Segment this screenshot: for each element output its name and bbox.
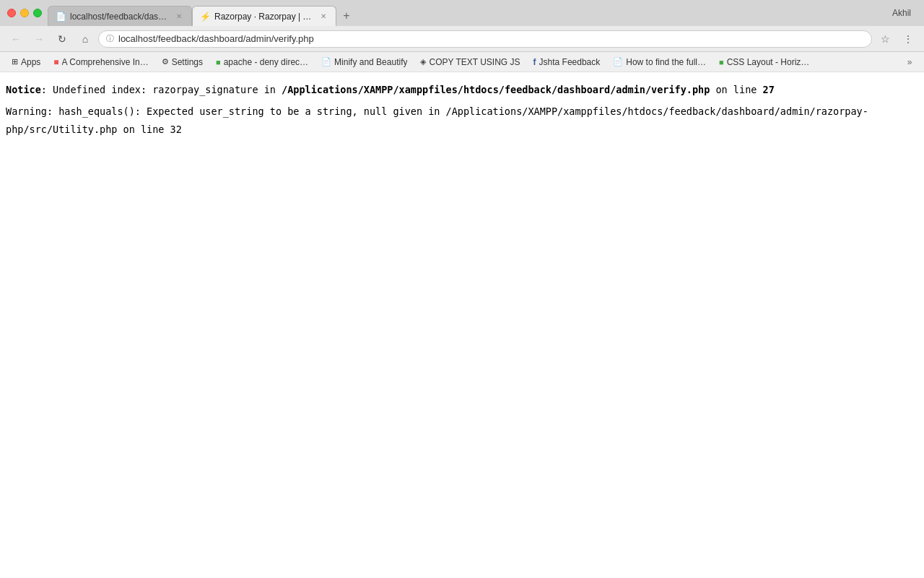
bookmark-howto[interactable]: 📄 How to find the full… — [607, 56, 712, 69]
bookmark-minify-label: Minify and Beautify — [334, 57, 407, 67]
minimize-window-button[interactable] — [20, 9, 29, 17]
bookmark-copytext[interactable]: ◈ COPY TEXT USING JS — [414, 56, 526, 69]
bookmark-apache[interactable]: ■ apache - deny direc… — [210, 56, 314, 69]
bookmark-jshta-label: Jshta Feedback — [539, 57, 601, 67]
bookmark-comprehensive-label: A Comprehensive In… — [62, 57, 149, 67]
warning-type: Warning — [6, 105, 47, 117]
warning-message: : hash_equals(): Expected user_string to… — [47, 105, 446, 117]
notice-online: on line — [710, 84, 762, 95]
traffic-lights — [7, 9, 42, 17]
apache-icon: ■ — [216, 58, 221, 66]
bookmark-apache-label: apache - deny direc… — [224, 57, 308, 67]
maximize-window-button[interactable] — [33, 9, 42, 17]
csslayout-icon: ■ — [719, 58, 724, 66]
tab2-title: Razorpay · Razorpay | The futu… — [214, 12, 314, 22]
url-text: localhost/feedback/dashboard/admin/verif… — [118, 33, 864, 44]
reload-button[interactable]: ↻ — [52, 29, 72, 49]
bookmark-apps-label: Apps — [21, 57, 40, 67]
comprehensive-icon: ■ — [53, 57, 58, 67]
tab2-close-button[interactable]: ✕ — [318, 12, 328, 22]
tab1-favicon: 📄 — [56, 12, 66, 22]
browser-tab-2[interactable]: ⚡ Razorpay · Razorpay | The futu… ✕ — [192, 6, 336, 26]
bookmark-howto-label: How to find the full… — [626, 57, 706, 67]
bookmark-csslayout-label: CSS Layout - Horiz… — [727, 57, 810, 67]
php-notice: Notice: Undefined index: razorpay_signat… — [6, 81, 918, 98]
bookmark-csslayout[interactable]: ■ CSS Layout - Horiz… — [713, 56, 815, 69]
home-button[interactable]: ⌂ — [75, 29, 95, 49]
notice-message: : Undefined index: razorpay_signature in — [41, 84, 282, 95]
title-bar: 📄 localhost/feedback/dashboar… ✕ ⚡ Razor… — [0, 0, 924, 26]
close-window-button[interactable] — [7, 9, 16, 17]
address-bar[interactable]: ⓘ localhost/feedback/dashboard/admin/ver… — [98, 30, 872, 48]
settings-icon: ⚙ — [162, 57, 169, 66]
tab2-favicon: ⚡ — [200, 12, 210, 22]
tab1-title: localhost/feedback/dashboar… — [70, 12, 170, 22]
browser-tab-1[interactable]: 📄 localhost/feedback/dashboar… ✕ — [48, 6, 192, 26]
minify-icon: 📄 — [321, 57, 331, 66]
new-tab-button[interactable]: + — [336, 6, 357, 26]
page-content: Notice: Undefined index: razorpay_signat… — [0, 72, 924, 568]
browser-chrome: 📄 localhost/feedback/dashboar… ✕ ⚡ Razor… — [0, 0, 924, 568]
notice-path: /Applications/XAMPP/xamppfiles/htdocs/fe… — [282, 84, 710, 95]
bookmark-star-button[interactable]: ☆ — [875, 29, 895, 49]
tab1-close-button[interactable]: ✕ — [174, 12, 184, 22]
bookmarks-bar: ⊞ Apps ■ A Comprehensive In… ⚙ Settings … — [0, 52, 924, 72]
apps-icon: ⊞ — [12, 57, 18, 66]
user-label: Akhil — [892, 8, 917, 18]
notice-type: Notice — [6, 84, 41, 95]
bookmark-settings-label: Settings — [172, 57, 203, 67]
tab-spacer — [357, 6, 886, 26]
bookmark-settings[interactable]: ⚙ Settings — [156, 56, 209, 69]
bookmark-apps[interactable]: ⊞ Apps — [6, 56, 46, 69]
bookmark-copytext-label: COPY TEXT USING JS — [429, 57, 520, 67]
php-warning: Warning: hash_equals(): Expected user_st… — [6, 103, 918, 138]
back-button[interactable]: ← — [6, 29, 26, 49]
notice-line: 27 — [763, 84, 775, 95]
security-icon: ⓘ — [106, 33, 114, 44]
jshta-icon: f — [533, 57, 536, 67]
bookmark-minify[interactable]: 📄 Minify and Beautify — [315, 56, 413, 69]
warning-line: 32 — [170, 124, 182, 135]
forward-button[interactable]: → — [29, 29, 49, 49]
warning-online: on line — [117, 124, 170, 135]
nav-bar: ← → ↻ ⌂ ⓘ localhost/feedback/dashboard/a… — [0, 26, 924, 52]
copytext-icon: ◈ — [420, 57, 426, 66]
bookmark-jshta[interactable]: f Jshta Feedback — [528, 56, 606, 69]
howto-icon: 📄 — [613, 57, 623, 66]
bookmarks-overflow-button[interactable]: » — [901, 53, 918, 71]
browser-menu-button[interactable]: ⋮ — [898, 29, 918, 49]
tabs-bar: 📄 localhost/feedback/dashboar… ✕ ⚡ Razor… — [48, 0, 886, 26]
bookmark-comprehensive[interactable]: ■ A Comprehensive In… — [48, 56, 154, 69]
